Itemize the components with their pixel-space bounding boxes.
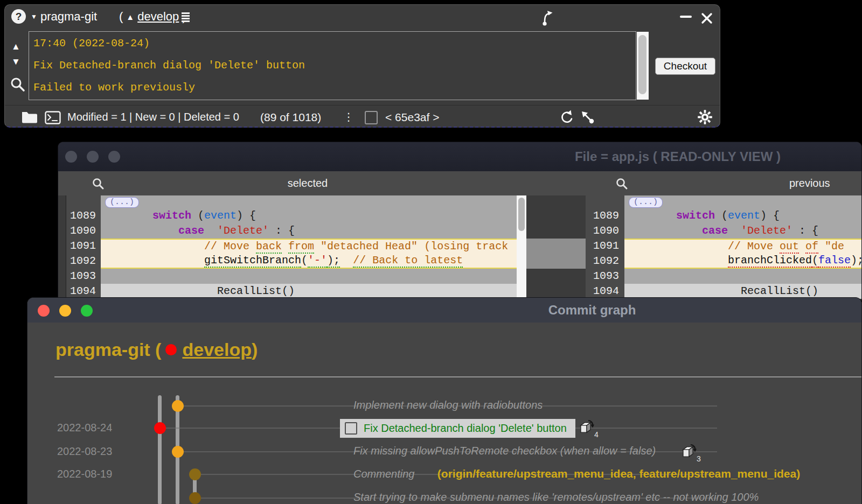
traffic-light-zoom[interactable]: [81, 305, 93, 317]
code-line: gitSwitchBranch('-'); // Back to latest: [101, 254, 517, 269]
commit-dot[interactable]: [172, 400, 184, 412]
code-token: '-': [308, 254, 327, 268]
branch-lane: [158, 395, 162, 504]
diff-titlebar[interactable]: File = app.js ( READ-ONLY VIEW ): [58, 142, 861, 171]
prev-commit-button[interactable]: ▲: [11, 41, 20, 52]
code-token: : {: [269, 225, 295, 237]
code-token: of: [805, 240, 818, 254]
traffic-light-close-inactive[interactable]: [65, 151, 77, 163]
commit-message-box[interactable]: 17:40 (2022-08-24)Fix Detached-branch di…: [29, 31, 636, 100]
branch-switch-icon[interactable]: [540, 8, 555, 26]
pane-label-selected: selected: [254, 171, 362, 195]
fold-badge[interactable]: (...): [629, 197, 663, 208]
code-token: gitSwitchBranch: [204, 254, 301, 268]
traffic-light-close[interactable]: [38, 305, 50, 317]
folder-icon[interactable]: [21, 110, 38, 124]
search-icon[interactable]: [92, 177, 105, 190]
traffic-light-minimize[interactable]: [59, 305, 71, 317]
chevron-down-icon[interactable]: ▼: [31, 5, 37, 29]
commit-message[interactable]: Implement new dialog with radiobuttons: [353, 399, 543, 411]
code-token: // Move: [204, 240, 256, 253]
branch-link[interactable]: develop: [137, 10, 179, 24]
heading-divider: [54, 376, 862, 377]
commit-dot-current[interactable]: [154, 422, 166, 434]
commit-message[interactable]: Fix missing allowPushToRemote checkbox (…: [353, 445, 656, 457]
code-token: switch: [676, 209, 715, 222]
line-number: [66, 195, 101, 208]
graph-titlebar[interactable]: Commit graph: [27, 298, 861, 323]
traffic-light-minimize-inactive[interactable]: [87, 151, 99, 163]
branch-indicator: ( ▲ develop ): [119, 5, 186, 29]
right-code-pane[interactable]: (...) switch (event) { case 'Delete' : {…: [624, 195, 862, 299]
main-window: ? ▼ pragma-git ( ▲ develop ) ▲ ▼ 17:40 (…: [4, 4, 720, 128]
code-token: // Move: [728, 240, 780, 253]
line-number: 1091: [586, 239, 624, 254]
code-token: event: [204, 209, 237, 222]
commit-dot[interactable]: [189, 468, 201, 480]
checkout-button[interactable]: Checkout: [655, 58, 715, 75]
line-number: 1093: [66, 269, 101, 284]
current-commit-dot: [165, 344, 177, 355]
code-token: event: [728, 209, 760, 222]
scrollbar-thumb[interactable]: [518, 198, 525, 231]
minimize-button[interactable]: [680, 16, 692, 18]
code-line: RecallList(): [624, 284, 862, 299]
code-token: );: [851, 254, 862, 267]
undo-icon[interactable]: [559, 110, 574, 125]
notes-icon[interactable]: [180, 10, 191, 24]
code-token: [340, 254, 353, 267]
code-line: RecallList(): [101, 284, 517, 299]
left-code-pane[interactable]: (...) switch (event) { case 'Delete' : {…: [101, 195, 517, 299]
files-changed-icon[interactable]: [680, 444, 697, 460]
file-counts: Modified = 1 | New = 0 | Deleted = 0: [67, 106, 239, 129]
line-number: 1089: [66, 208, 101, 223]
diff-change-marker: [526, 239, 586, 269]
status-checkbox[interactable]: [365, 111, 378, 124]
commit-hash-nav[interactable]: < 65e3af >: [385, 106, 439, 129]
diff-scrollbar[interactable]: [517, 195, 526, 299]
branch-link[interactable]: develop: [182, 339, 251, 360]
commit-message[interactable]: Start trying to make submenu names like …: [353, 491, 759, 503]
code-token: // Back to latest: [353, 254, 463, 268]
search-icon[interactable]: [615, 177, 628, 190]
message-scrollbar[interactable]: [637, 32, 649, 100]
code-token: switch: [152, 209, 191, 222]
commit-dot[interactable]: [189, 492, 201, 504]
gear-icon[interactable]: [697, 109, 713, 125]
code-token: out: [780, 240, 799, 254]
commit-dot[interactable]: [172, 446, 184, 458]
right-line-gutter: 108910901091109210931094: [586, 195, 624, 299]
scrollbar-thumb[interactable]: [638, 35, 646, 94]
code-line: [101, 269, 517, 284]
files-changed-icon[interactable]: [578, 419, 594, 436]
history-position: (89 of 1018): [260, 106, 321, 129]
close-button[interactable]: [701, 12, 713, 24]
commit-checkbox[interactable]: [345, 422, 357, 435]
next-commit-button[interactable]: ▼: [11, 57, 20, 67]
search-icon[interactable]: [9, 76, 26, 93]
pane-label-previous: previous: [789, 171, 830, 195]
traffic-light-zoom-inactive[interactable]: [108, 151, 120, 163]
diff-pane-headers: selected previous: [58, 171, 861, 195]
commit-message-selected[interactable]: Fix Detached-branch dialog 'Delete' butt…: [340, 419, 575, 438]
code-line: branchClicked(false);: [624, 254, 862, 269]
code-token: [101, 240, 204, 253]
fold-badge[interactable]: (...): [105, 197, 139, 208]
code-token: false: [818, 254, 851, 268]
code-line: // Move back from "detached Head" (losin…: [101, 239, 517, 254]
code-token: [101, 209, 152, 222]
kebab-menu-icon[interactable]: ⋮: [343, 106, 354, 129]
code-token: ) {: [760, 209, 780, 222]
push-arrow-icon[interactable]: [580, 110, 595, 125]
commit-message-row[interactable]: Commenting (origin/feature/upstream_menu…: [353, 467, 800, 480]
line-number: [586, 195, 624, 208]
code-line: case 'Delete' : {: [624, 223, 862, 239]
files-changed-count: 3: [697, 454, 701, 463]
code-token: [282, 240, 288, 253]
terminal-icon[interactable]: [45, 111, 61, 124]
help-icon[interactable]: ?: [11, 9, 26, 24]
code-token: case: [178, 225, 204, 237]
code-token: [799, 240, 805, 253]
message-line: Failed to work previously: [33, 76, 631, 99]
code-token: [624, 254, 728, 267]
